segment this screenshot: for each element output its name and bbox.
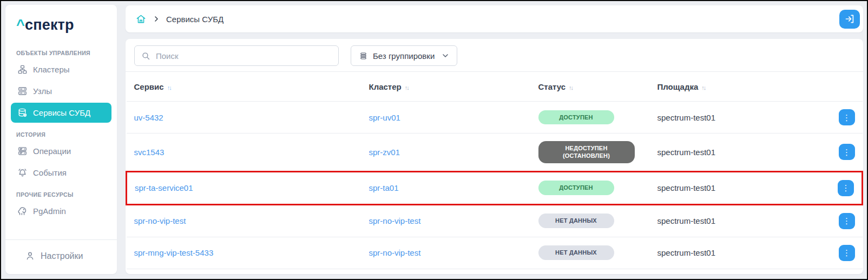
- column-header-Сервис[interactable]: Сервис↑↓: [127, 72, 361, 102]
- elephant-icon: [17, 206, 28, 216]
- sidebar-section-label: ПРОЧИЕ РЕСУРСЫ: [16, 191, 106, 198]
- service-link[interactable]: spr-no-vip-test: [134, 216, 186, 225]
- site-label: spectrum-test01: [657, 183, 716, 192]
- database-icon: [17, 108, 28, 118]
- sidebar-item-dbms-services[interactable]: Сервисы СУБД: [11, 103, 111, 123]
- table-row: spr-loadsvc01spr-loadtestОШИБКАspectrum-…: [127, 269, 863, 274]
- column-header-Площадка[interactable]: Площадка↑↓: [650, 72, 828, 102]
- kebab-icon: ⋮: [843, 217, 851, 225]
- toolbar: Без группировки: [126, 39, 863, 72]
- table-row: uv-5432spr-uv01ДОСТУПЕНspectrum-test01⋮: [127, 102, 863, 134]
- logo-caret-icon: ^: [16, 17, 25, 33]
- nodes-icon: [17, 86, 28, 96]
- app-window: ^спектр ОБЪЕКТЫ УПРАВЛЕНИЯКластерыУзлыСе…: [0, 0, 868, 280]
- column-header-Кластер[interactable]: Кластер↑↓: [361, 72, 531, 102]
- grouping-selected-value: Без группировки: [373, 51, 435, 61]
- sidebar-item-label: Настройки: [41, 251, 83, 261]
- site-label: spectrum-test01: [657, 248, 716, 257]
- chevron-down-icon: [442, 52, 449, 59]
- status-badge: НЕДОСТУПЕН (ОСТАНОВЛЕН): [538, 141, 635, 163]
- highlighted-row: spr-ta-service01spr-ta01ДОСТУПЕНspectrum…: [127, 171, 863, 204]
- column-header-actions: [828, 72, 863, 102]
- sidebar-item-label: Сервисы СУБД: [33, 108, 90, 117]
- column-header-label: Кластер: [369, 82, 402, 91]
- kebab-icon: ⋮: [843, 249, 851, 257]
- sidebar-section-label: ОБЪЕКТЫ УПРАВЛЕНИЯ: [16, 50, 106, 56]
- column-header-label: Сервис: [134, 82, 164, 91]
- search-box: [134, 45, 339, 66]
- sidebar-item-pgadmin[interactable]: PgAdmin: [11, 201, 111, 221]
- sidebar-item-operations[interactable]: Операции: [11, 141, 111, 161]
- kebab-icon: ⋮: [843, 148, 851, 156]
- search-icon: [141, 51, 150, 61]
- table-header-row: Сервис↑↓Кластер↑↓Статус↑↓Площадка↑↓: [127, 72, 863, 102]
- person-icon: [25, 251, 35, 261]
- row-actions-button[interactable]: ⋮: [839, 245, 855, 261]
- cluster-link[interactable]: spr-uv01: [369, 113, 400, 122]
- breadcrumb-current: Сервисы СУБД: [166, 15, 223, 24]
- sort-icon[interactable]: ↑↓: [569, 84, 573, 91]
- logout-button[interactable]: [839, 10, 860, 29]
- service-link[interactable]: svc1543: [134, 148, 165, 157]
- bell-icon: [17, 168, 28, 178]
- cluster-link[interactable]: spr-ta01: [369, 183, 399, 192]
- status-badge: ДОСТУПЕН: [538, 110, 614, 124]
- row-actions-button[interactable]: ⋮: [839, 144, 855, 160]
- row-actions-button[interactable]: ⋮: [839, 109, 855, 125]
- exit-icon: [844, 14, 855, 24]
- sidebar-item-label: Кластеры: [33, 65, 70, 74]
- kebab-icon: ⋮: [842, 184, 850, 192]
- services-table: Сервис↑↓Кластер↑↓Статус↑↓Площадка↑↓ uv-5…: [126, 72, 863, 274]
- sidebar-nav: ОБЪЕКТЫ УПРАВЛЕНИЯКластерыУзлыСервисы СУ…: [5, 39, 117, 239]
- sidebar-item-clusters[interactable]: Кластеры: [11, 59, 111, 79]
- service-link[interactable]: spr-mng-vip-test-5433: [134, 248, 214, 257]
- sidebar-item-settings[interactable]: Настройки: [5, 239, 117, 274]
- home-icon[interactable]: [135, 14, 147, 25]
- sort-icon[interactable]: ↑↓: [167, 84, 171, 91]
- cluster-link[interactable]: spr-zv01: [369, 148, 400, 157]
- app-logo: ^спектр: [5, 5, 117, 39]
- sort-icon[interactable]: ↑↓: [405, 84, 409, 91]
- main-content: Без группировки Сервис↑↓Кластер↑↓Статус↑…: [126, 39, 863, 274]
- sidebar-item-label: Узлы: [33, 86, 52, 96]
- table-row: spr-no-vip-testspr-no-vip-testНЕТ ДАННЫХ…: [127, 204, 863, 237]
- operations-icon: [17, 146, 28, 156]
- table-row: spr-mng-vip-test-5433spr-no-vip-testНЕТ …: [127, 237, 863, 269]
- row-actions-button[interactable]: ⋮: [839, 213, 855, 229]
- service-link[interactable]: uv-5432: [134, 113, 163, 122]
- sidebar-item-events[interactable]: События: [11, 163, 111, 183]
- logo-text: спектр: [25, 17, 74, 33]
- status-badge: НЕТ ДАННЫХ: [538, 214, 614, 228]
- sidebar-item-label: Операции: [33, 146, 71, 156]
- sidebar-section-label: ИСТОРИЯ: [16, 131, 106, 138]
- kebab-icon: ⋮: [843, 114, 851, 122]
- grouping-icon: [359, 51, 368, 61]
- cluster-link[interactable]: spr-no-vip-test: [369, 216, 421, 225]
- column-header-Статус[interactable]: Статус↑↓: [531, 72, 650, 102]
- sidebar-item-label: PgAdmin: [33, 206, 66, 216]
- sort-icon[interactable]: ↑↓: [701, 84, 705, 91]
- grouping-dropdown[interactable]: Без группировки: [351, 45, 457, 66]
- status-badge: НЕТ ДАННЫХ: [538, 245, 614, 259]
- service-link[interactable]: spr-ta-service01: [135, 183, 193, 192]
- column-header-label: Статус: [538, 82, 566, 91]
- sidebar-item-nodes[interactable]: Узлы: [11, 81, 111, 101]
- sidebar-item-label: События: [33, 168, 67, 177]
- site-label: spectrum-test01: [657, 113, 716, 122]
- sidebar: ^спектр ОБЪЕКТЫ УПРАВЛЕНИЯКластерыУзлыСе…: [5, 5, 117, 274]
- cluster-link[interactable]: spr-no-vip-test: [369, 248, 421, 257]
- table-row: svc1543spr-zv01НЕДОСТУПЕН (ОСТАНОВЛЕН)sp…: [127, 134, 863, 172]
- cluster-icon: [17, 64, 28, 75]
- site-label: spectrum-test01: [657, 216, 716, 225]
- row-actions-button[interactable]: ⋮: [838, 180, 854, 196]
- search-input[interactable]: [155, 51, 332, 61]
- chevron-right-icon: [153, 16, 160, 22]
- breadcrumb: Сервисы СУБД: [126, 5, 863, 32]
- site-label: spectrum-test01: [657, 148, 716, 157]
- status-badge: ДОСТУПЕН: [538, 181, 614, 195]
- column-header-label: Площадка: [657, 82, 699, 91]
